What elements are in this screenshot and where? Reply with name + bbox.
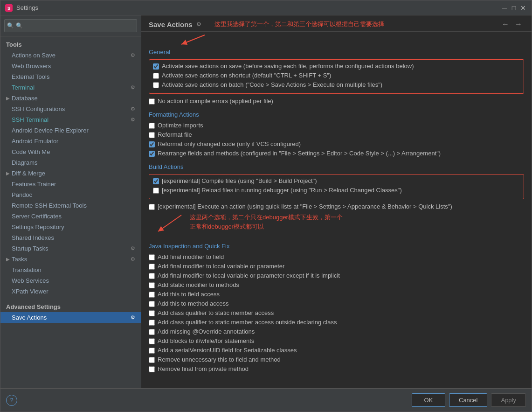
settings-window: S Settings ─ □ ✕ 🔍 Tools Actions on Sav bbox=[0, 0, 532, 412]
checkbox-blocks-if: Add blocks to if/while/for statements bbox=[149, 337, 524, 344]
checkbox-serial-uid: Add a serialVersionUID field for Seriali… bbox=[149, 347, 524, 354]
checkbox-final-local-input[interactable] bbox=[149, 264, 155, 270]
help-button[interactable]: ? bbox=[6, 395, 17, 406]
sidebar-item-code-with-me[interactable]: Code With Me bbox=[0, 147, 141, 157]
checkbox-static-modifier-input[interactable] bbox=[149, 282, 155, 288]
checkbox-this-method-input[interactable] bbox=[149, 301, 155, 307]
checkbox-activate-save: Activate save actions on save (before sa… bbox=[153, 63, 520, 70]
sidebar-item-diff-merge[interactable]: ▶ Diff & Merge bbox=[0, 168, 141, 179]
build-section: Build Actions [experimental] Compile fil… bbox=[149, 163, 524, 236]
formatting-label: Formatting Actions bbox=[149, 111, 524, 118]
sidebar-item-xpath-viewer[interactable]: XPath Viewer bbox=[0, 286, 141, 297]
chevron-icon-diff: ▶ bbox=[6, 171, 10, 176]
checkbox-remove-final: Remove final from private method bbox=[149, 365, 524, 372]
checkbox-activate-save-input[interactable] bbox=[153, 63, 159, 70]
checkbox-this-field-input[interactable] bbox=[149, 292, 155, 298]
checkbox-reload-files-input[interactable] bbox=[153, 188, 159, 194]
ok-button[interactable]: OK bbox=[412, 393, 445, 407]
checkbox-override-annotations-input[interactable] bbox=[149, 329, 155, 335]
checkbox-blocks-if-input[interactable] bbox=[149, 338, 155, 344]
main-content: Save Actions ⚙ 这里我选择了第一个，第二和第三个选择可以根据自己需… bbox=[141, 15, 532, 388]
sidebar-item-android-device[interactable]: Android Device File Explorer bbox=[0, 125, 141, 136]
settings-icon: ⚙ bbox=[131, 52, 135, 58]
sidebar-item-remote-ssh[interactable]: Remote SSH External Tools bbox=[0, 200, 141, 211]
sidebar-item-shared-indexes[interactable]: Shared Indexes bbox=[0, 232, 141, 243]
search-input[interactable] bbox=[4, 19, 137, 32]
sidebar-item-database[interactable]: ▶ Database bbox=[0, 93, 141, 104]
checkbox-final-field: Add final modifier to field bbox=[149, 253, 524, 260]
checkbox-reformat-changed-input[interactable] bbox=[149, 141, 155, 147]
checkbox-final-local-except: Add final modifier to local variable or … bbox=[149, 272, 524, 279]
sidebar-item-translation[interactable]: Translation bbox=[0, 265, 141, 275]
nav-arrows: ← → bbox=[500, 20, 524, 28]
settings-icon-tasks: ⚙ bbox=[131, 256, 135, 262]
sidebar-item-external-tools[interactable]: External Tools bbox=[0, 71, 141, 82]
checkbox-optimize-imports-input[interactable] bbox=[149, 123, 155, 129]
nav-back-button[interactable]: ← bbox=[500, 20, 511, 28]
checkbox-class-qualifier-outside-input[interactable] bbox=[149, 320, 155, 326]
checkbox-final-local-except-input[interactable] bbox=[149, 273, 155, 279]
checkbox-remove-final-input[interactable] bbox=[149, 366, 155, 372]
footer-right: OK Cancel Apply bbox=[412, 393, 526, 407]
checkbox-activate-shortcut-input[interactable] bbox=[153, 73, 159, 79]
sidebar-item-android-emulator[interactable]: Android Emulator bbox=[0, 136, 141, 147]
cancel-button[interactable]: Cancel bbox=[449, 393, 487, 407]
sidebar-item-actions-on-save[interactable]: Actions on Save ⚙ bbox=[0, 50, 141, 61]
checkbox-reload-files: [experimental] Reload files in running d… bbox=[153, 187, 520, 194]
checkbox-rearrange-fields-input[interactable] bbox=[149, 151, 155, 157]
sidebar-item-startup-tasks[interactable]: Startup Tasks ⚙ bbox=[0, 243, 141, 254]
tools-header: Tools bbox=[0, 38, 141, 50]
checkbox-activate-batch-input[interactable] bbox=[153, 82, 159, 88]
dialog-body: 🔍 Tools Actions on Save ⚙ Web Browsers E… bbox=[0, 15, 532, 388]
footer-bar: ? OK Cancel Apply bbox=[0, 388, 532, 412]
checkbox-compile-files-input[interactable] bbox=[153, 178, 159, 184]
sidebar-item-save-actions[interactable]: Save Actions ⚙ bbox=[0, 312, 141, 323]
checkbox-override-annotations: Add missing @Override annotations bbox=[149, 328, 524, 335]
annotation-arrow-1 bbox=[177, 33, 214, 47]
sidebar-item-diagrams[interactable]: Diagrams bbox=[0, 157, 141, 168]
title-bar: S Settings ─ □ ✕ bbox=[0, 0, 532, 15]
build-label: Build Actions bbox=[149, 163, 524, 170]
sidebar-item-tasks[interactable]: ▶ Tasks ⚙ bbox=[0, 254, 141, 265]
sidebar-item-pandoc[interactable]: Pandoc bbox=[0, 189, 141, 200]
settings-icon-ssh-conf: ⚙ bbox=[131, 106, 135, 112]
sidebar-item-features-trainer[interactable]: Features Trainer bbox=[0, 179, 141, 189]
sidebar-content: Tools Actions on Save ⚙ Web Browsers Ext… bbox=[0, 36, 141, 388]
checkbox-execute-action: [experimental] Execute an action (using … bbox=[149, 203, 524, 210]
sidebar-item-web-services[interactable]: Web Services bbox=[0, 275, 141, 286]
sidebar-item-ssh-terminal[interactable]: SSH Terminal ⚙ bbox=[0, 114, 141, 125]
chevron-icon: ▶ bbox=[6, 96, 10, 101]
checkbox-activate-batch: Activate save actions on batch ("Code > … bbox=[153, 81, 520, 88]
checkbox-reformat-changed: Reformat only changed code (only if VCS … bbox=[149, 140, 524, 147]
annotation-2-container: 这里两个选项，第二个只在debugger模式下生效，第一个 正常和debugge… bbox=[149, 213, 524, 236]
annotation-arrow-2 bbox=[149, 213, 186, 236]
checkbox-no-action-input[interactable] bbox=[149, 98, 155, 105]
java-section: Java Inspection and Quick Fix Add final … bbox=[149, 243, 524, 372]
settings-icon-terminal: ⚙ bbox=[131, 84, 135, 91]
content-scroll: General Activate save actions on save (b… bbox=[141, 32, 532, 388]
general-highlighted-box: Activate save actions on save (before sa… bbox=[149, 59, 524, 94]
annotation-text-2: 这里两个选项，第二个只在debugger模式下生效，第一个 正常和debugge… bbox=[190, 213, 343, 231]
checkbox-execute-action-input[interactable] bbox=[149, 204, 155, 210]
checkbox-optimize-imports: Optimize imports bbox=[149, 122, 524, 129]
sidebar-item-web-browsers[interactable]: Web Browsers bbox=[0, 61, 141, 71]
close-button[interactable]: ✕ bbox=[519, 4, 527, 12]
checkbox-final-field-input[interactable] bbox=[149, 254, 155, 260]
minimize-button[interactable]: ─ bbox=[501, 4, 508, 12]
formatting-section: Formatting Actions Optimize imports Refo… bbox=[149, 111, 524, 157]
apply-button[interactable]: Apply bbox=[491, 393, 526, 407]
checkbox-class-qualifier-static-input[interactable] bbox=[149, 310, 155, 316]
settings-icon-ssh-term: ⚙ bbox=[131, 117, 135, 123]
checkbox-remove-this-input[interactable] bbox=[149, 357, 155, 363]
sidebar-item-settings-repository[interactable]: Settings Repository bbox=[0, 222, 141, 232]
nav-forward-button[interactable]: → bbox=[513, 20, 524, 28]
sidebar-item-ssh-configurations[interactable]: SSH Configurations ⚙ bbox=[0, 104, 141, 114]
checkbox-static-modifier: Add static modifier to methods bbox=[149, 281, 524, 288]
checkbox-serial-uid-input[interactable] bbox=[149, 348, 155, 354]
maximize-button[interactable]: □ bbox=[510, 4, 518, 12]
settings-icon-startup: ⚙ bbox=[131, 245, 135, 251]
window-title: Settings bbox=[16, 4, 501, 11]
sidebar-item-terminal[interactable]: Terminal ⚙ bbox=[0, 82, 141, 93]
sidebar-item-server-certificates[interactable]: Server Certificates bbox=[0, 211, 141, 222]
checkbox-reformat-file-input[interactable] bbox=[149, 132, 155, 138]
